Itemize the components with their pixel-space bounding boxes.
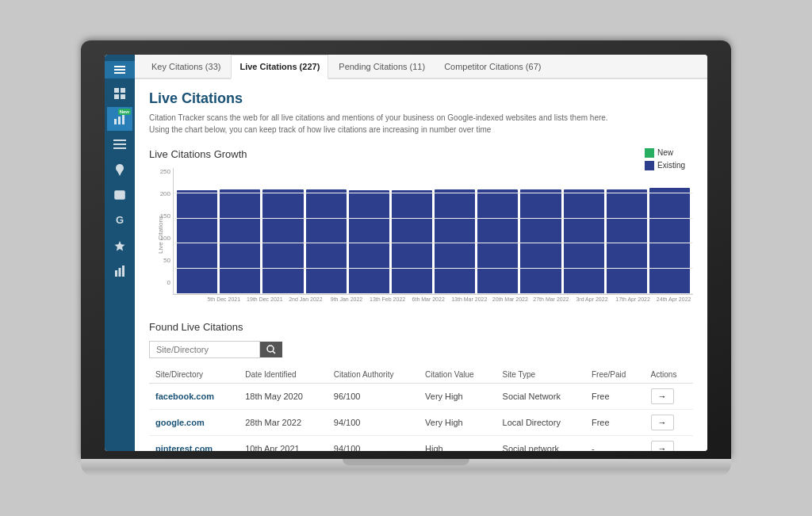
svg-rect-10 [113, 140, 126, 141]
sidebar-item-layers[interactable] [107, 132, 132, 156]
svg-rect-8 [118, 117, 121, 124]
svg-rect-4 [121, 88, 125, 93]
table-header-row: Site/Directory Date Identified Citation … [149, 366, 693, 384]
x-label-3: 9th Jan 2022 [327, 296, 366, 302]
svg-rect-11 [113, 143, 126, 145]
tab-live-citations[interactable]: Live Citations (227) [231, 55, 328, 79]
search-input[interactable] [149, 341, 260, 358]
svg-marker-17 [115, 241, 125, 250]
legend-new-label: New [657, 148, 673, 157]
action-button[interactable]: → [651, 388, 674, 404]
x-label-6: 13th Mar 2022 [450, 296, 488, 302]
x-label-5: 6th Mar 2022 [409, 296, 448, 302]
svg-rect-7 [114, 119, 117, 124]
y-label-0: 0 [167, 279, 170, 286]
y-axis-title: Live Citations [157, 216, 164, 254]
x-label-1: 19th Dec 2021 [246, 296, 285, 302]
svg-line-22 [273, 351, 275, 354]
col-type: Site Type [496, 366, 585, 384]
sidebar-item-barchart[interactable] [107, 259, 132, 283]
page-body: Live Citations Citation Tracker scans th… [135, 79, 707, 451]
tab-key-citations[interactable]: Key Citations (33) [143, 55, 229, 78]
citations-tbody: facebook.com18th May 202096/100Very High… [149, 383, 693, 451]
laptop-base [81, 459, 731, 476]
svg-rect-18 [115, 270, 117, 277]
found-citations-title: Found Live Citations [149, 321, 693, 333]
cell-value: High [419, 435, 496, 451]
col-actions: Actions [645, 366, 693, 384]
chart-section: Live Citations Growth New Existing [149, 148, 693, 302]
cell-freepaid: - [585, 435, 645, 451]
bar-group-7 [477, 168, 518, 294]
sidebar-toggle[interactable] [105, 61, 135, 78]
svg-point-16 [117, 192, 119, 194]
bar-group-4 [349, 168, 389, 294]
cell-site: facebook.com [149, 383, 239, 409]
search-button[interactable] [260, 342, 282, 357]
cell-date: 18th May 2020 [239, 383, 327, 409]
bar-8 [520, 189, 561, 294]
cell-site: pinterest.com [149, 435, 239, 451]
new-badge: New [118, 109, 131, 115]
bar-group-8 [520, 168, 561, 294]
bar-group-6 [435, 168, 475, 294]
col-value: Citation Value [419, 366, 496, 384]
bars-area [173, 168, 693, 295]
sidebar-item-location[interactable] [107, 158, 132, 182]
site-link[interactable]: pinterest.com [155, 444, 213, 451]
cell-value: Very High [419, 409, 496, 435]
sidebar-item-image[interactable] [107, 183, 132, 207]
chart-section-title: Live Citations Growth [149, 148, 693, 160]
bar-7 [477, 189, 518, 293]
cell-site: google.com [149, 409, 239, 435]
legend-new: New [645, 148, 685, 158]
bar-group-5 [392, 168, 432, 294]
action-button[interactable]: → [651, 441, 674, 451]
sidebar-item-google[interactable]: G [107, 208, 132, 232]
tab-pending-citations[interactable]: Pending Citations (11) [330, 55, 434, 78]
main-content: Key Citations (33) Live Citations (227) … [135, 55, 707, 451]
y-label-200: 200 [160, 190, 170, 197]
x-label-7: 20th Mar 2022 [491, 296, 530, 302]
cell-type: Social network [496, 435, 585, 451]
screen-bezel: New [81, 40, 731, 459]
col-freepaid: Free/Paid [585, 366, 645, 384]
svg-point-21 [267, 346, 274, 352]
cell-value: Very High [419, 383, 496, 409]
tab-competitor-citations[interactable]: Competitor Citations (67) [435, 55, 550, 78]
x-label-10: 17th Apr 2022 [614, 296, 653, 302]
bar-3 [306, 189, 347, 293]
page-title: Live Citations [149, 90, 693, 107]
cell-action: → [645, 435, 693, 451]
y-label-250: 250 [160, 168, 170, 175]
chart-legend: New Existing [645, 148, 685, 170]
tabs-bar: Key Citations (33) Live Citations (227) … [135, 55, 707, 79]
col-authority[interactable]: Citation Authority [327, 366, 419, 384]
col-date[interactable]: Date Identified [239, 366, 327, 384]
bar-group-2 [262, 168, 303, 294]
x-labels: 5th Dec 202119th Dec 20212nd Jan 20229th… [173, 296, 693, 302]
svg-rect-3 [114, 88, 119, 93]
sidebar-item-analytics[interactable]: New [107, 107, 132, 131]
site-link[interactable]: google.com [155, 418, 205, 427]
sidebar-item-star[interactable] [107, 234, 132, 258]
cell-date: 10th Apr 2021 [239, 435, 327, 451]
bar-5 [392, 190, 432, 293]
cell-authority: 96/100 [327, 383, 419, 409]
bar-2 [262, 189, 303, 294]
svg-rect-0 [114, 66, 125, 67]
cell-type: Local Directory [496, 409, 585, 435]
found-citations-section: Found Live Citations [149, 321, 693, 451]
cell-authority: 94/100 [327, 409, 419, 435]
cell-authority: 94/100 [327, 435, 419, 451]
bar-4 [349, 190, 389, 293]
bar-1 [220, 189, 260, 294]
sidebar-item-home[interactable] [107, 82, 132, 105]
site-link[interactable]: facebook.com [155, 392, 214, 401]
svg-rect-2 [114, 72, 125, 74]
bar-0 [177, 190, 217, 293]
action-button[interactable]: → [651, 415, 674, 430]
cell-type: Social Network [496, 383, 585, 409]
x-label-0: 5th Dec 2021 [205, 296, 243, 302]
bar-group-11 [649, 168, 690, 294]
